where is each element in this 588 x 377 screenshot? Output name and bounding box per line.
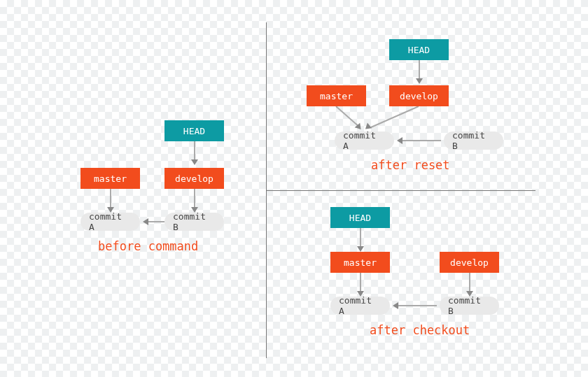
develop-box-reset: develop: [389, 85, 449, 106]
arrow-shaft: [148, 221, 164, 222]
master-label: master: [320, 91, 353, 101]
commitA-box-reset: commit A: [335, 131, 394, 150]
horizontal-divider: [266, 190, 536, 191]
svg-line-1: [371, 106, 419, 127]
head-box-checkout: HEAD: [330, 207, 390, 228]
arrow-shaft: [194, 189, 195, 207]
master-label: master: [94, 173, 127, 184]
arrow-head: [397, 137, 402, 144]
commitA-label: commit A: [343, 130, 386, 151]
develop-label: develop: [175, 173, 214, 184]
arrow-head: [143, 218, 148, 225]
master-box-reset: master: [307, 85, 366, 106]
head-box-before: HEAD: [164, 120, 224, 141]
arrow-shaft: [360, 273, 361, 291]
commitA-label: commit A: [339, 295, 382, 316]
master-box-checkout: master: [330, 252, 390, 273]
arrow-shaft: [419, 60, 420, 78]
caption-before: before command: [98, 239, 198, 253]
develop-label: develop: [450, 257, 489, 268]
caption-reset: after reset: [371, 158, 450, 172]
commitB-label: commit B: [448, 295, 491, 316]
arrow-head: [393, 302, 398, 309]
develop-box-checkout: develop: [440, 252, 499, 273]
head-label: HEAD: [408, 45, 430, 55]
develop-label: develop: [400, 91, 438, 101]
arrow-shaft: [469, 273, 470, 291]
arrow-head: [416, 78, 423, 84]
head-box-reset: HEAD: [389, 39, 449, 60]
develop-box-before: develop: [164, 168, 224, 189]
arrow-shaft: [110, 189, 111, 207]
head-label: HEAD: [183, 126, 205, 136]
master-box-before: master: [80, 168, 140, 189]
head-label: HEAD: [349, 213, 371, 223]
arrow-shaft: [402, 140, 441, 141]
commitA-label: commit A: [89, 211, 132, 232]
commitB-label: commit B: [173, 211, 216, 232]
arrow-shaft: [398, 305, 437, 306]
commitA-box-before: commit A: [80, 213, 140, 231]
arrow-head: [357, 246, 364, 252]
arrow-head: [191, 159, 198, 165]
arrow-shaft: [360, 228, 361, 246]
svg-line-0: [336, 106, 360, 127]
caption-checkout: after checkout: [370, 323, 470, 337]
commitA-box-checkout: commit A: [330, 297, 390, 315]
arrow-shaft: [194, 141, 195, 159]
commitB-label: commit B: [452, 130, 495, 151]
master-label: master: [344, 257, 377, 268]
commitB-box-before: commit B: [164, 213, 224, 231]
commitB-box-checkout: commit B: [440, 297, 499, 315]
commitB-box-reset: commit B: [444, 131, 503, 150]
